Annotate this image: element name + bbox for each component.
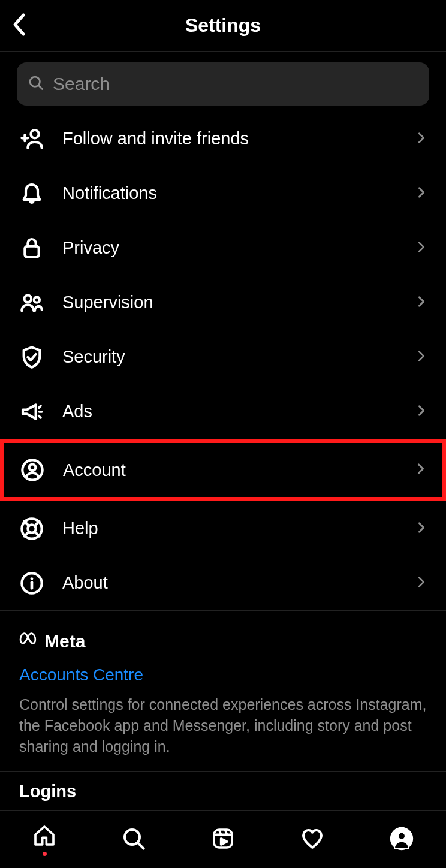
search-icon [28, 74, 44, 94]
chevron-right-icon [415, 519, 428, 538]
settings-row-security[interactable]: Security [0, 330, 446, 384]
lifebuoy-icon [18, 515, 46, 542]
svg-marker-8 [221, 839, 227, 845]
settings-row-label: Ads [62, 402, 415, 421]
settings-row-label: Help [62, 519, 415, 538]
settings-row-about[interactable]: About [0, 556, 446, 610]
meta-description: Control settings for connected experienc… [19, 694, 427, 757]
chevron-right-icon [414, 460, 427, 480]
info-icon [18, 569, 46, 597]
search-box[interactable] [17, 62, 429, 106]
chevron-right-icon [415, 129, 428, 149]
home-icon [32, 824, 56, 849]
svg-line-3 [138, 843, 144, 849]
meta-brand: Meta [19, 629, 427, 653]
page-title: Settings [0, 14, 446, 37]
chevron-right-icon [415, 184, 428, 203]
settings-list: Follow and invite friendsNotificationsPr… [0, 111, 446, 810]
search-wrapper [0, 52, 446, 111]
lock-icon [18, 234, 46, 262]
add-user-icon [18, 125, 46, 153]
meta-section: MetaAccounts CentreControl settings for … [0, 611, 446, 771]
tab-search[interactable] [116, 822, 152, 858]
chevron-right-icon [415, 293, 428, 312]
settings-row-label: Notifications [62, 183, 415, 203]
logins-heading: Logins [0, 772, 446, 810]
settings-row-help[interactable]: Help [0, 501, 446, 556]
header-bar: Settings [0, 0, 446, 52]
settings-row-label: Account [63, 460, 414, 480]
settings-row-label: Supervision [62, 293, 415, 312]
settings-row-notifications[interactable]: Notifications [0, 166, 446, 221]
tab-home[interactable] [26, 822, 62, 858]
meta-logo-icon [19, 629, 40, 653]
chevron-right-icon [415, 574, 428, 593]
settings-row-follow[interactable]: Follow and invite friends [0, 111, 446, 166]
settings-row-supervision[interactable]: Supervision [0, 275, 446, 330]
settings-row-label: About [62, 573, 415, 593]
tab-activity[interactable] [294, 822, 330, 858]
tab-profile[interactable] [384, 822, 420, 858]
svg-line-1 [39, 86, 43, 89]
settings-row-account[interactable]: Account [0, 439, 446, 501]
meta-brand-text: Meta [44, 631, 85, 652]
chevron-right-icon [415, 348, 428, 367]
profile-icon [390, 827, 414, 852]
shield-icon [18, 343, 46, 371]
svg-point-10 [398, 833, 405, 840]
settings-row-label: Security [62, 347, 415, 367]
settings-row-ads[interactable]: Ads [0, 384, 446, 439]
back-button[interactable] [6, 13, 32, 39]
chevron-right-icon [415, 239, 428, 258]
user-circle-icon [19, 456, 46, 484]
chevron-left-icon [11, 13, 27, 38]
settings-row-privacy[interactable]: Privacy [0, 221, 446, 275]
tab-notification-dot [43, 852, 47, 856]
settings-row-label: Follow and invite friends [62, 129, 415, 149]
megaphone-icon [18, 398, 46, 426]
search-icon [122, 827, 146, 852]
search-input[interactable] [53, 74, 418, 94]
heart-icon [300, 827, 324, 852]
tab-reels[interactable] [205, 822, 241, 858]
chevron-right-icon [415, 402, 428, 421]
people-icon [18, 289, 46, 317]
accounts-centre-link[interactable]: Accounts Centre [19, 665, 427, 685]
reels-icon [211, 827, 235, 852]
bell-icon [18, 180, 46, 207]
bottom-tab-bar [0, 810, 446, 868]
settings-row-label: Privacy [62, 238, 415, 258]
